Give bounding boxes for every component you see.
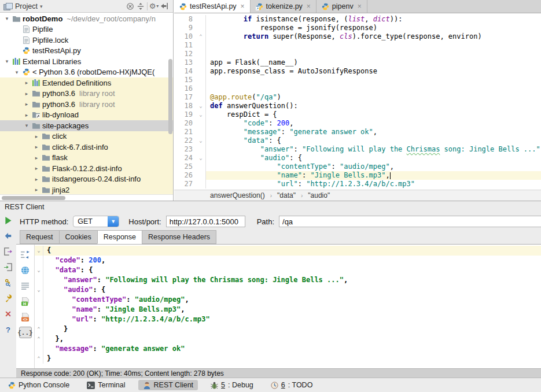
code-line-20[interactable]: 20 "code": 200, xyxy=(174,119,541,128)
settings-gear-icon[interactable]: ⚙▾ xyxy=(149,1,159,12)
tree-item-python3-6[interactable]: ▸python3.6library root xyxy=(0,88,173,99)
editor-tab-testrestapi-py[interactable]: testRestApi.py× xyxy=(174,0,251,13)
run-icon[interactable] xyxy=(3,215,13,225)
response-line-6[interactable]: "contentType": "audio/mpeg", xyxy=(35,295,541,305)
code-line-22[interactable]: 22⌄ "data": { xyxy=(174,136,541,145)
tree-hscroll-thumb[interactable] xyxy=(2,196,65,200)
code-line-13[interactable]: 13app = Flask(__name__) xyxy=(174,58,541,67)
chevron-down-icon[interactable]: ▾ xyxy=(2,58,12,64)
code-line-21[interactable]: 21 "message": "generate answer ok", xyxy=(174,128,541,136)
toolwindow-button-rest-client[interactable]: REST Client xyxy=(138,380,198,390)
path-input[interactable] xyxy=(279,216,541,227)
close-tab-icon[interactable]: × xyxy=(358,2,362,10)
tree-item-pipfile[interactable]: Pipfile xyxy=(0,24,173,35)
response-line-11[interactable]: "message": "generate answer ok" xyxy=(35,344,541,354)
chevron-right-icon[interactable]: ▸ xyxy=(22,101,31,107)
fold-marker-up[interactable]: ⌃ xyxy=(35,334,43,344)
breadcrumb-item[interactable]: "audio" xyxy=(308,191,330,199)
chevron-right-icon[interactable]: ▸ xyxy=(32,155,41,161)
tree-vertical-scrollbar[interactable] xyxy=(168,59,172,134)
code-line-25[interactable]: 25 "contentType": "audio/mpeg", xyxy=(174,162,541,171)
collapse-all-icon[interactable] xyxy=(135,1,146,12)
fold-marker-down[interactable]: ⌄ xyxy=(196,110,206,119)
fold-marker-up[interactable]: ⌃ xyxy=(35,324,43,334)
back-icon[interactable] xyxy=(3,231,13,241)
fold-marker-up[interactable]: ⌃ xyxy=(35,354,43,364)
fold-marker-down[interactable]: ⌄ xyxy=(35,285,43,295)
code-line-19[interactable]: 19⌄ respDict = { xyxy=(174,110,541,119)
chevron-right-icon[interactable]: ▸ xyxy=(22,80,31,86)
json-view-icon[interactable]: {..} xyxy=(19,327,32,338)
response-line-5[interactable]: ⌄ "audio": { xyxy=(35,285,541,295)
fold-marker-down[interactable]: ⌄ xyxy=(35,246,43,256)
code-line-27[interactable]: 27 "url": "http://1.2.3.4/a/b/c.mp3" xyxy=(174,180,541,188)
response-line-2[interactable]: "code": 200, xyxy=(35,256,541,265)
tree-item-python3-6[interactable]: ▸python3.6library root xyxy=(0,99,173,110)
tree-item-external-libraries[interactable]: ▾External Libraries xyxy=(0,56,173,67)
close-icon[interactable]: ✕ xyxy=(3,309,13,319)
response-line-12[interactable]: ⌃} xyxy=(35,354,541,364)
html-view-icon[interactable]: H xyxy=(19,295,32,307)
tree-item-site-packages[interactable]: ▾site-packages xyxy=(0,120,173,131)
code-line-16[interactable]: 16 xyxy=(174,84,541,93)
help-icon[interactable]: ? xyxy=(3,324,13,335)
tree-item-extended-definitions[interactable]: ▸Extended Definitions xyxy=(0,77,173,88)
response-line-8[interactable]: "url": "http://1.2.3.4/a/b/c.mp3" xyxy=(35,315,541,324)
tree-item-click[interactable]: ▸click xyxy=(0,131,173,142)
code-line-10[interactable]: 10⌃ return super(Response, cls).force_ty… xyxy=(174,32,541,41)
tree-horizontal-scrollbar[interactable] xyxy=(0,194,173,201)
code-line-23[interactable]: 23 "answer": "Following will play the Ch… xyxy=(174,145,541,154)
rest-tab-cookies[interactable]: Cookies xyxy=(59,230,97,244)
host-port-input[interactable] xyxy=(166,216,245,227)
response-line-1[interactable]: ⌄{ xyxy=(35,246,541,256)
tree-item-jinja2[interactable]: ▸jinja2 xyxy=(0,184,173,194)
rest-tab-response-headers[interactable]: Response Headers xyxy=(142,230,216,244)
fold-marker-down[interactable]: ⌄ xyxy=(35,265,43,275)
chevron-right-icon[interactable]: ▸ xyxy=(32,144,41,150)
globe-icon[interactable] xyxy=(19,264,32,276)
export-icon[interactable] xyxy=(3,246,13,257)
fold-marker-down[interactable]: ⌄ xyxy=(196,136,206,145)
rest-tab-request[interactable]: Request xyxy=(20,230,59,244)
tree-item-lib-dynload[interactable]: ▸lib-dynload xyxy=(0,110,173,121)
reformat-icon[interactable] xyxy=(19,249,32,260)
tree-item-pipfile-lock[interactable]: Pipfile.lock xyxy=(0,35,173,46)
editor-tab-tokenize-py[interactable]: tokenize.py× xyxy=(251,0,316,13)
response-line-3[interactable]: ⌄ "data": { xyxy=(35,265,541,275)
close-tab-icon[interactable]: × xyxy=(241,2,245,10)
chevron-down-icon[interactable]: ▾ xyxy=(2,16,12,21)
editor-tab-pipenv[interactable]: pipenv× xyxy=(316,0,367,13)
xml-view-icon[interactable]: <> xyxy=(19,311,32,323)
fold-marker-down[interactable]: ⌄ xyxy=(196,102,206,110)
import-icon[interactable] xyxy=(3,262,13,272)
response-line-9[interactable]: ⌃ } xyxy=(35,324,541,334)
chevron-right-icon[interactable]: ▸ xyxy=(32,134,41,139)
code-line-11[interactable]: 11 xyxy=(174,41,541,50)
code-line-24[interactable]: 24⌄ "audio": { xyxy=(174,154,541,162)
chevron-right-icon[interactable]: ▸ xyxy=(22,91,31,97)
code-line-14[interactable]: 14app.response_class = AutoJsonifyRespon… xyxy=(174,67,541,76)
tree-item-click-6-7-dist-info[interactable]: ▸click-6.7.dist-info xyxy=(0,142,173,153)
code-line-17[interactable]: 17@app.route("/qa") xyxy=(174,93,541,102)
tree-item-testrestapi-py[interactable]: testRestApi.py xyxy=(0,46,173,57)
tree-item-robotdemo[interactable]: ▾robotDemo~/dev/dev_root/company/n xyxy=(0,13,173,24)
response-json-viewer[interactable]: ⌄{ "code": 200,⌄ "data": { "answer": "Fo… xyxy=(35,245,541,368)
tree-item-flask[interactable]: ▸flask xyxy=(0,153,173,164)
chevron-down-icon[interactable]: ▾ xyxy=(22,123,31,128)
hide-panel-icon[interactable] xyxy=(159,1,170,12)
code-line-8[interactable]: 8 if isinstance(response, (list, dict)): xyxy=(174,15,541,24)
rest-tab-response[interactable]: Response xyxy=(97,230,142,244)
chevron-down-icon[interactable]: ▾ xyxy=(12,69,21,75)
code-line-15[interactable]: 15 xyxy=(174,76,541,84)
tree-item-python-3-6-robotdemo-hxjmjqe[interactable]: ▾< Python 3.6 (robotDemo-HXjMJQE( xyxy=(0,67,173,78)
code-line-18[interactable]: 18⌄def answerQuestion(): xyxy=(174,102,541,110)
chevron-right-icon[interactable]: ▸ xyxy=(32,176,41,182)
toolwindow-button-6-todo[interactable]: 6: TODO xyxy=(266,380,318,390)
code-editor[interactable]: 8 if isinstance(response, (list, dict)):… xyxy=(174,13,541,190)
code-line-9[interactable]: 9 response = jsonify(response) xyxy=(174,24,541,32)
response-line-7[interactable]: "name": "Jingle Bells.mp3", xyxy=(35,305,541,315)
chevron-right-icon[interactable]: ▸ xyxy=(32,165,41,171)
http-method-select[interactable]: GET ▼ xyxy=(73,216,119,227)
breadcrumb-item[interactable]: "data" xyxy=(277,191,296,199)
settings-wrench-icon[interactable] xyxy=(3,293,13,304)
